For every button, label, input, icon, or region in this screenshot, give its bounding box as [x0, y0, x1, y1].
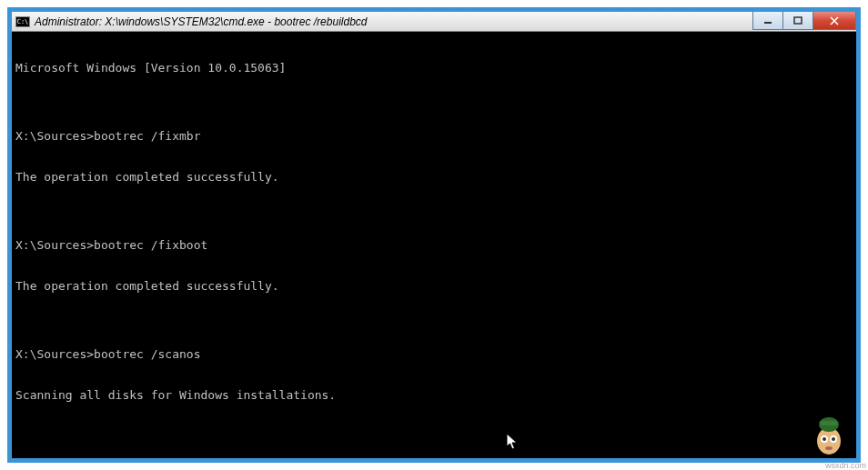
terminal-output[interactable]: Microsoft Windows [Version 10.0.15063] X…	[12, 32, 856, 458]
svg-point-11	[825, 446, 833, 450]
svg-rect-1	[794, 17, 802, 24]
window-controls	[753, 12, 856, 31]
title-left: C:\ Administrator: X:\windows\SYSTEM32\c…	[15, 15, 367, 28]
window-frame: C:\ Administrator: X:\windows\SYSTEM32\c…	[7, 7, 861, 463]
cmd-window: C:\ Administrator: X:\windows\SYSTEM32\c…	[12, 12, 856, 458]
title-bar[interactable]: C:\ Administrator: X:\windows\SYSTEM32\c…	[12, 12, 856, 32]
terminal-line: X:\Sources>bootrec /scanos	[15, 347, 853, 361]
close-icon	[829, 16, 840, 25]
terminal-line: Please wait, since this may take a while…	[15, 456, 853, 458]
terminal-line: X:\Sources>bootrec /fixboot	[15, 238, 853, 252]
svg-point-10	[832, 437, 835, 441]
minimize-icon	[763, 16, 772, 25]
maximize-button[interactable]	[782, 12, 813, 30]
terminal-line: The operation completed successfully.	[15, 170, 853, 184]
watermark: wsxdn.com	[825, 461, 866, 470]
terminal-line: Scanning all disks for Windows installat…	[15, 388, 853, 402]
terminal-line: X:\Sources>bootrec /fixmbr	[15, 129, 853, 143]
terminal-line: Microsoft Windows [Version 10.0.15063]	[15, 61, 853, 75]
svg-point-9	[823, 437, 826, 441]
minimize-button[interactable]	[752, 12, 783, 30]
cmd-icon: C:\	[15, 16, 30, 27]
terminal-line: The operation completed successfully.	[15, 279, 853, 293]
window-title: Administrator: X:\windows\SYSTEM32\cmd.e…	[35, 15, 367, 28]
svg-rect-6	[821, 421, 837, 425]
maximize-icon	[793, 16, 802, 25]
close-button[interactable]	[812, 12, 856, 30]
mascot-icon	[812, 414, 846, 457]
